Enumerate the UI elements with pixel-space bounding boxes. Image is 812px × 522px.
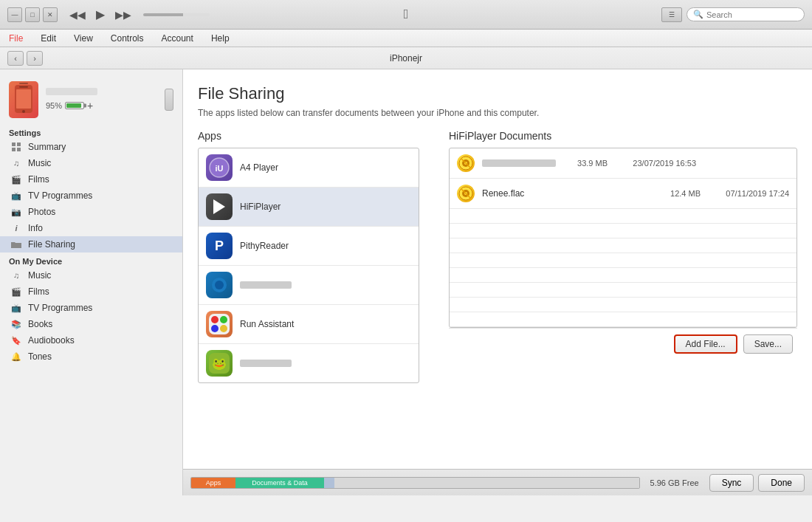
- menu-file[interactable]: File: [6, 32, 26, 45]
- search-input[interactable]: [706, 10, 802, 19]
- sidebar-item-ondevice-tones[interactable]: 🔔 Tones: [0, 348, 182, 365]
- play-button[interactable]: ▶: [93, 7, 108, 21]
- battery-percent: 95%: [46, 101, 62, 110]
- storage-seg-docs: Documents & Data: [235, 478, 324, 488]
- doc-item-2[interactable]: Renee.flac 12.4 MB 07/11/2019 17:24: [450, 179, 796, 209]
- doc-date-1: 23/07/2019 16:53: [615, 159, 696, 168]
- bell-icon: 🔔: [10, 351, 22, 362]
- sidebar-label-summary: Summary: [28, 142, 66, 152]
- grid-icon: [10, 142, 22, 152]
- app4-icon: [206, 272, 233, 298]
- audiobook-icon: 🔖: [10, 335, 22, 346]
- battery-fill: [66, 103, 81, 108]
- doc-spacer-2: [450, 224, 796, 238]
- app-item-app6[interactable]: 🐸: [199, 344, 419, 382]
- storage-bar: Apps Documents & Data: [190, 477, 640, 489]
- doc-spacer-7: [450, 298, 796, 312]
- search-icon: 🔍: [693, 10, 703, 19]
- sidebar-label-od-tones: Tones: [28, 351, 52, 362]
- svg-rect-5: [17, 142, 21, 146]
- sidebar-item-ondevice-audiobooks[interactable]: 🔖 Audiobooks: [0, 332, 182, 348]
- device-name-redacted: [46, 88, 97, 95]
- svg-text:🐸: 🐸: [212, 357, 227, 371]
- app-item-app4[interactable]: [199, 266, 419, 305]
- app6-name-redacted: [240, 360, 292, 367]
- storage-seg-free: [334, 478, 639, 488]
- doc-spacer-3: [450, 238, 796, 253]
- app-name-hifiplayer: HiFiPlayer: [240, 202, 281, 212]
- music-icon-2: ♫: [10, 270, 22, 281]
- app-item-pithyreader[interactable]: P PithyReader: [199, 227, 419, 266]
- battery-plus: +: [87, 100, 93, 111]
- storage-seg-apps: Apps: [191, 478, 235, 488]
- sidebar-item-filesharing[interactable]: File Sharing: [0, 236, 182, 253]
- sync-button[interactable]: Sync: [709, 474, 754, 492]
- sidebar-item-tv[interactable]: 📺 TV Programmes: [0, 188, 182, 204]
- progress-slider[interactable]: [143, 13, 210, 16]
- close-button[interactable]: ✕: [43, 7, 58, 22]
- content-area: File Sharing The apps listed below can t…: [183, 69, 812, 495]
- list-view-button[interactable]: ☰: [661, 7, 682, 22]
- search-box[interactable]: 🔍: [687, 7, 805, 21]
- docs-panel: HiFiPlayer Documents: [449, 130, 797, 461]
- window-controls[interactable]: — □ ✕: [7, 7, 58, 22]
- sidebar: 95% + Settings Summary ♫ Music: [0, 69, 183, 495]
- sidebar-item-ondevice-films[interactable]: 🎬 Films: [0, 284, 182, 300]
- sidebar-item-films[interactable]: 🎬 Films: [0, 171, 182, 188]
- back-button[interactable]: ‹: [7, 51, 24, 66]
- doc-size-1: 33.9 MB: [563, 159, 608, 168]
- sidebar-item-ondevice-tv[interactable]: 📺 TV Programmes: [0, 300, 182, 316]
- sidebar-item-photos[interactable]: 📷 Photos: [0, 204, 182, 220]
- menu-edit[interactable]: Edit: [38, 32, 59, 45]
- sidebar-item-summary[interactable]: Summary: [0, 139, 182, 155]
- menu-view[interactable]: View: [71, 32, 96, 45]
- done-button[interactable]: Done: [758, 474, 805, 492]
- scroll-handle[interactable]: [165, 89, 173, 111]
- forward-button[interactable]: ›: [27, 51, 43, 66]
- add-file-button[interactable]: Add File...: [674, 334, 737, 354]
- sidebar-label-filesharing: File Sharing: [28, 239, 75, 250]
- svg-point-11: [215, 281, 224, 289]
- app-item-a4player[interactable]: iU A4 Player: [199, 148, 419, 188]
- maximize-button[interactable]: □: [25, 7, 40, 22]
- tv-icon: 📺: [10, 190, 22, 201]
- apple-logo: : [404, 7, 409, 22]
- app-name-pithyreader: PithyReader: [240, 241, 289, 251]
- sidebar-label-films: Films: [28, 174, 49, 185]
- prev-button[interactable]: ◀◀: [66, 9, 89, 21]
- app-item-hifiplayer[interactable]: HiFiPlayer: [199, 188, 419, 227]
- doc-item-1[interactable]: 33.9 MB 23/07/2019 16:53: [450, 148, 796, 179]
- doc-icon-1: [457, 154, 475, 172]
- sidebar-label-od-books: Books: [28, 319, 52, 329]
- nav-bar: ‹ › iPhonejr: [0, 47, 812, 69]
- app-name-a4player: A4 Player: [240, 162, 278, 173]
- device-info: 95% +: [46, 88, 157, 111]
- sidebar-label-music: Music: [28, 158, 51, 168]
- sidebar-item-music[interactable]: ♫ Music: [0, 155, 182, 171]
- sidebar-item-ondevice-books[interactable]: 📚 Books: [0, 316, 182, 332]
- app-item-runassistant[interactable]: Run Assistant: [199, 305, 419, 344]
- minimize-button[interactable]: —: [7, 7, 22, 22]
- film-icon-2: 🎬: [10, 286, 22, 297]
- svg-rect-6: [12, 148, 16, 151]
- save-button[interactable]: Save...: [743, 334, 793, 354]
- app4-name-redacted: [240, 281, 292, 289]
- app6-icon: 🐸: [206, 350, 233, 377]
- menu-help[interactable]: Help: [208, 32, 233, 45]
- sidebar-label-od-tv: TV Programmes: [28, 303, 92, 313]
- info-icon: i: [10, 223, 22, 233]
- sidebar-item-info[interactable]: i Info: [0, 220, 182, 236]
- menu-controls[interactable]: Controls: [108, 32, 147, 45]
- film-icon: 🎬: [10, 174, 22, 185]
- svg-text:iU: iU: [216, 164, 224, 173]
- folder-icon: [10, 239, 22, 250]
- next-button[interactable]: ▶▶: [112, 9, 134, 21]
- device-icon: [9, 81, 38, 118]
- sidebar-item-ondevice-music[interactable]: ♫ Music: [0, 267, 182, 284]
- play-triangle: [213, 199, 225, 214]
- menu-account[interactable]: Account: [159, 32, 196, 45]
- apps-panel-title: Apps: [198, 130, 419, 142]
- sidebar-label-tv: TV Programmes: [28, 190, 92, 201]
- sidebar-label-od-audiobooks: Audiobooks: [28, 335, 75, 346]
- doc-spacer-4: [450, 253, 796, 268]
